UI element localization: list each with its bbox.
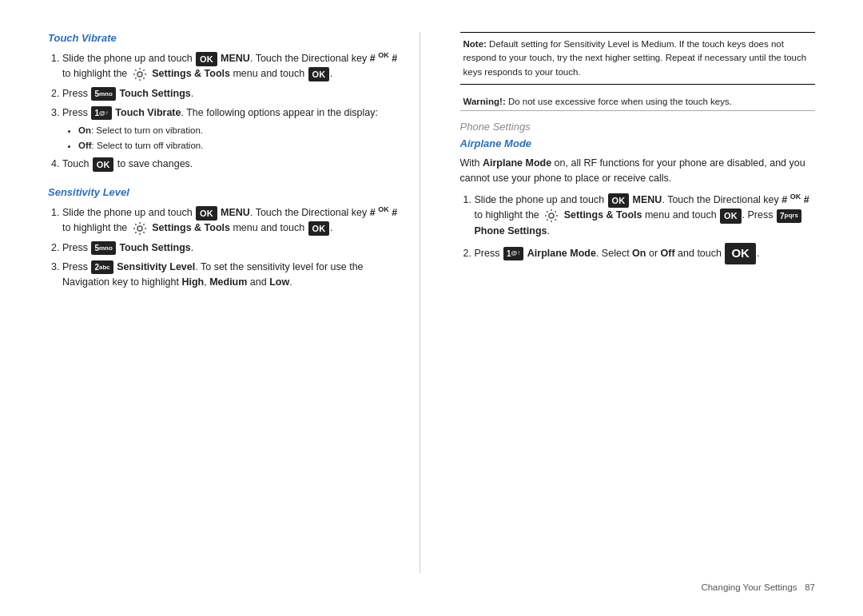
off-label: Off xyxy=(78,141,92,150)
key-5mno2: 5mno xyxy=(91,241,115,255)
sensitivity-level-title: Sensitivity Level xyxy=(48,186,404,198)
list-item: Press 2abc Sensitivity Level. To set the… xyxy=(62,260,404,290)
phone-settings-subtitle: Phone Settings xyxy=(460,121,816,133)
dir-key: # OK # xyxy=(370,53,397,64)
svg-point-2 xyxy=(549,213,554,218)
settings-tools: Settings & Tools xyxy=(152,68,230,79)
touch-settings-label: Touch Settings xyxy=(119,88,190,99)
sensitivity-steps: Slide the phone up and touch OK MENU. To… xyxy=(48,205,404,289)
touch-vibrate-steps: Slide the phone up and touch OK MENU. To… xyxy=(48,50,404,172)
page-footer: Changing Your Settings 87 xyxy=(48,573,815,592)
list-item: Slide the phone up and touch OK MENU. To… xyxy=(62,50,404,82)
svg-point-1 xyxy=(137,226,142,231)
warning-label: Warning!: xyxy=(463,97,506,106)
warning-text: Do not use excessive force when using th… xyxy=(508,97,732,106)
sensitivity-label: Sensitivity Level xyxy=(117,261,195,272)
ok-key: OK xyxy=(196,52,217,67)
svg-point-0 xyxy=(137,72,142,77)
gear-icon xyxy=(132,66,148,82)
key-2abc: 2abc xyxy=(91,260,113,274)
menu-label: MENU xyxy=(221,53,250,64)
on-label: On xyxy=(78,125,91,135)
list-item: On: Select to turn on vibration. xyxy=(78,124,404,137)
ok-key7: OK xyxy=(720,209,742,224)
list-item: Slide the phone up and touch OK MENU. To… xyxy=(62,205,404,236)
ok-key3: OK xyxy=(93,157,114,173)
list-item: Off: Select to turn off vibration. xyxy=(78,139,404,153)
airplane-mode-bold: Airplane Mode xyxy=(483,157,551,169)
airplane-mode-steps: Slide the phone up and touch OK MENU. To… xyxy=(460,192,816,264)
dir-key2: # OK # xyxy=(370,207,397,218)
low-label: Low xyxy=(269,276,289,288)
note-text: Default setting for Sensitivity Level is… xyxy=(463,39,807,77)
high-label: High xyxy=(181,276,204,288)
note-box: Note: Default setting for Sensitivity Le… xyxy=(460,32,816,85)
settings-tools2: Settings & Tools xyxy=(152,222,230,233)
medium-label: Medium xyxy=(209,276,247,288)
list-item: Press 5mno Touch Settings. xyxy=(62,240,404,256)
key-1: 1@↑ xyxy=(91,106,111,120)
key-1b: 1@↑ xyxy=(503,247,523,260)
airplane-mode-title: Airplane Mode xyxy=(460,137,816,149)
ok-key6: OK xyxy=(608,193,630,209)
right-column: Note: Default setting for Sensitivity Le… xyxy=(452,32,816,573)
warning-box: Warning!: Do not use excessive force whe… xyxy=(460,93,816,111)
list-item: Press 1@↑ Airplane Mode. Select On or Of… xyxy=(475,243,816,264)
airplane-mode-section: Airplane Mode With Airplane Mode on, all… xyxy=(460,137,816,264)
vibrate-options: On: Select to turn on vibration. Off: Se… xyxy=(62,124,404,153)
content-columns: Touch Vibrate Slide the phone up and tou… xyxy=(48,32,815,573)
footer-text: Changing Your Settings xyxy=(701,582,797,592)
sensitivity-level-section: Sensitivity Level Slide the phone up and… xyxy=(48,186,404,289)
page-number: 87 xyxy=(805,582,815,592)
touch-settings-label2: Touch Settings xyxy=(119,242,190,253)
list-item: Touch OK to save changes. xyxy=(62,157,404,172)
touch-vibrate-section: Touch Vibrate Slide the phone up and tou… xyxy=(48,32,404,172)
ok-key8: OK xyxy=(725,243,756,264)
key-5mno: 5mno xyxy=(91,87,115,101)
list-item: Press 1@↑ Touch Vibrate. The following o… xyxy=(62,105,404,153)
menu-label3: MENU xyxy=(633,194,662,205)
ok-key2: OK xyxy=(308,67,330,82)
list-item: Slide the phone up and touch OK MENU. To… xyxy=(475,192,816,239)
touch-vibrate-title: Touch Vibrate xyxy=(48,32,404,44)
ok-key4: OK xyxy=(196,206,217,221)
airplane-mode-label: Airplane Mode xyxy=(527,248,596,259)
off-label2: Off xyxy=(661,248,675,259)
dir-key3: # OK # xyxy=(781,194,809,205)
page: Touch Vibrate Slide the phone up and tou… xyxy=(0,0,863,616)
phone-settings-label: Phone Settings xyxy=(475,225,547,236)
list-item: Press 5mno Touch Settings. xyxy=(62,86,404,101)
note-label: Note: xyxy=(463,39,487,49)
settings-tools3: Settings & Tools xyxy=(564,210,642,221)
airplane-mode-intro: With Airplane Mode on, all RF functions … xyxy=(460,156,816,186)
gear-icon3 xyxy=(543,208,559,224)
on-label2: On xyxy=(632,248,646,259)
gear-icon2 xyxy=(132,221,148,236)
key-7pqrs: 7pqrs xyxy=(777,209,801,223)
ok-key5: OK xyxy=(308,221,330,236)
menu-label2: MENU xyxy=(221,207,250,218)
left-column: Touch Vibrate Slide the phone up and tou… xyxy=(48,32,420,573)
touch-vibrate-label: Touch Vibrate xyxy=(115,107,181,118)
